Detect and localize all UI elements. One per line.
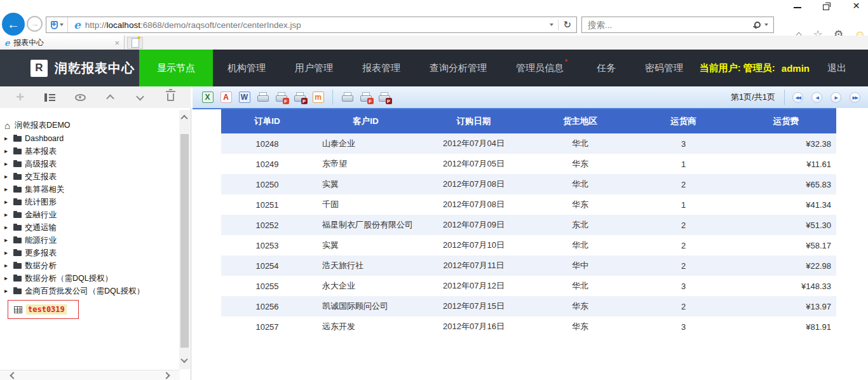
tree-folder[interactable]: 交互报表 xyxy=(4,170,191,183)
refresh-icon[interactable] xyxy=(563,19,571,31)
nav-item-5[interactable]: 查询分析管理 xyxy=(415,50,501,86)
pdf-export-icon[interactable]: A xyxy=(219,89,234,105)
last-page-button[interactable] xyxy=(850,92,860,103)
expand-arrow-icon[interactable] xyxy=(4,262,10,269)
tree-folder[interactable]: 高级报表 xyxy=(4,158,191,170)
autocomplete-dropdown-icon[interactable] xyxy=(550,24,553,26)
expand-arrow-icon[interactable] xyxy=(4,148,10,154)
expand-arrow-icon[interactable] xyxy=(4,275,10,282)
nav-item-4[interactable]: 报表管理 xyxy=(348,50,415,86)
brand-title: 润乾报表中心 xyxy=(55,60,135,77)
prev-page-button[interactable] xyxy=(811,92,822,103)
mht-export-icon[interactable]: m xyxy=(311,89,326,105)
expand-arrow-icon[interactable] xyxy=(4,250,10,256)
tree-folder-label: 金商百货批发公司（需DQL授权） xyxy=(25,286,144,297)
address-bar[interactable]: e http://localhost:6868/demo/raqsoft/cen… xyxy=(46,17,577,33)
new-tab-button[interactable] xyxy=(127,37,143,49)
scrollbar-thumb[interactable] xyxy=(180,134,189,348)
move-down-icon[interactable] xyxy=(133,89,148,105)
forward-icon[interactable] xyxy=(27,16,43,32)
brand-logo-icon xyxy=(31,60,48,77)
tab-close-icon[interactable] xyxy=(114,38,119,48)
expand-arrow-icon[interactable] xyxy=(4,288,10,294)
tree-folder[interactable]: 更多报表 xyxy=(4,247,191,259)
nav-item-1[interactable]: 显示节点 xyxy=(139,50,213,86)
table-cell: 10252 xyxy=(221,215,313,235)
nav-item-2[interactable]: 机构管理 xyxy=(213,50,280,86)
tree-folder[interactable]: 金融行业 xyxy=(4,208,191,221)
expand-arrow-icon[interactable] xyxy=(4,173,10,180)
scroll-left-icon[interactable] xyxy=(10,372,17,379)
security-zone-button[interactable] xyxy=(46,17,68,32)
tree-horizontal-scrollbar[interactable] xyxy=(0,370,180,380)
security-zone-shield-icon xyxy=(51,21,58,29)
print-icon[interactable] xyxy=(340,89,355,105)
tree-root-node[interactable]: 润乾报表DEMO xyxy=(4,118,191,132)
brand-logo: 润乾报表中心 xyxy=(0,50,139,86)
pdf-print-icon[interactable]: P xyxy=(292,89,308,105)
table-cell: 福星制衣厂股份有限公司 xyxy=(313,215,418,235)
tree-folder[interactable]: 数据分析 xyxy=(4,259,191,272)
scroll-right-icon[interactable] xyxy=(163,372,170,379)
expand-arrow-icon[interactable] xyxy=(4,212,10,218)
restore-icon[interactable] xyxy=(823,2,832,11)
tree-view-icon[interactable] xyxy=(43,89,58,105)
nav-item-8[interactable]: 密码管理 xyxy=(630,50,698,86)
tree-leaf-label: test0319 xyxy=(26,304,67,315)
back-icon[interactable] xyxy=(2,13,25,36)
expand-arrow-icon[interactable] xyxy=(4,186,10,193)
tree-folder[interactable]: Dashboard xyxy=(4,132,191,145)
close-icon[interactable] xyxy=(853,2,862,11)
tree-folder[interactable]: 能源行业 xyxy=(4,234,191,247)
tree-folder[interactable]: 基本报表 xyxy=(4,145,191,158)
nav-item-6[interactable]: 管理员信息* xyxy=(501,50,582,86)
column-header: 运货费 xyxy=(736,109,836,133)
folder-icon xyxy=(13,187,22,193)
folder-icon xyxy=(13,174,22,180)
preview-eye-icon[interactable] xyxy=(72,89,88,105)
minimize-icon[interactable] xyxy=(793,2,802,11)
nav-item-3[interactable]: 用户管理 xyxy=(280,50,348,86)
expand-arrow-icon[interactable] xyxy=(4,161,10,167)
expand-arrow-icon[interactable] xyxy=(4,237,10,243)
table-row: 10257远东开发2012年07月16日华东3¥81.91 xyxy=(221,316,836,337)
move-up-icon[interactable] xyxy=(103,89,118,105)
tree-folder[interactable]: 金商百货批发公司（需DQL授权） xyxy=(4,285,191,297)
add-icon[interactable] xyxy=(13,89,28,105)
search-input[interactable] xyxy=(582,20,754,30)
pdf-print-icon[interactable]: P xyxy=(377,89,392,105)
word-export-icon[interactable]: W xyxy=(237,89,252,105)
search-submit[interactable] xyxy=(754,22,773,28)
folder-icon xyxy=(13,212,22,218)
expand-arrow-icon[interactable] xyxy=(4,199,10,205)
scroll-up-icon[interactable] xyxy=(180,115,187,122)
tree-leaf-selected[interactable]: test0319 xyxy=(8,300,79,319)
tree-folder[interactable]: 交通运输 xyxy=(4,221,191,234)
table-cell: 2012年07月10日 xyxy=(418,235,529,255)
table-cell: 2012年07月08日 xyxy=(418,174,529,194)
print-icon[interactable] xyxy=(255,89,271,105)
url-text[interactable]: http://localhost:6868/demo/raqsoft/cente… xyxy=(85,20,550,30)
table-cell: 2012年07月04日 xyxy=(418,133,529,154)
table-cell: 华东 xyxy=(529,154,631,174)
tree-folder-label: 交通运输 xyxy=(25,222,57,233)
excel-export-icon[interactable]: X xyxy=(200,89,215,105)
table-row: 10256凯诚国际顾问公司2012年07月15日华东2¥13.97 xyxy=(221,296,836,316)
tree-vertical-scrollbar[interactable] xyxy=(179,110,190,369)
first-page-button[interactable] xyxy=(792,92,803,103)
logout-button[interactable]: 退出 xyxy=(827,62,846,74)
table-cell: ¥51.30 xyxy=(736,215,836,235)
tree-folder[interactable]: 统计图形 xyxy=(4,196,191,208)
delete-trash-icon[interactable] xyxy=(163,89,178,105)
flash-print-icon[interactable]: F xyxy=(274,89,289,105)
tree-folder[interactable]: 数据分析（需DQL授权） xyxy=(4,272,191,285)
nav-item-7[interactable]: 任务 xyxy=(582,50,630,86)
scroll-down-icon[interactable] xyxy=(180,356,187,363)
flash-print-icon[interactable]: F xyxy=(358,89,374,105)
next-page-button[interactable] xyxy=(831,92,841,103)
expand-arrow-icon[interactable] xyxy=(4,135,10,142)
toolbar-separator xyxy=(332,90,333,105)
browser-tab[interactable]: e 报表中心 xyxy=(0,36,125,50)
expand-arrow-icon[interactable] xyxy=(4,224,10,231)
tree-folder[interactable]: 集算器相关 xyxy=(4,183,191,196)
